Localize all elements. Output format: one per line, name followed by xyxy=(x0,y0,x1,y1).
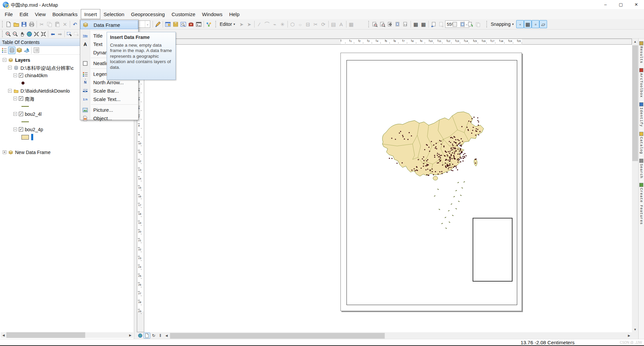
cut-button[interactable]: ✂ xyxy=(38,20,46,28)
edge-snapping-button[interactable]: ▱ xyxy=(539,20,547,28)
editor-menu-label[interactable]: Editor xyxy=(218,21,233,27)
dock-tab-create-features[interactable]: Create Features xyxy=(639,183,643,225)
line-symbol[interactable] xyxy=(21,121,29,122)
vertex-snapping-button[interactable]: ▫ xyxy=(532,20,539,28)
chevron-down-icon[interactable]: ▼ xyxy=(233,23,238,26)
layer-label[interactable]: Layers xyxy=(15,57,30,63)
layout-page[interactable] xyxy=(340,53,522,311)
fixed-zoom-out-page-button[interactable]: ▦ xyxy=(420,20,427,28)
scroll-thumb[interactable] xyxy=(6,332,85,338)
straight-segment-button[interactable]: ∕ xyxy=(256,20,263,28)
toolbar-drag-handle[interactable] xyxy=(2,21,4,28)
menu-item-data-frame[interactable]: Data Frame xyxy=(80,20,138,29)
cut-polygons-button[interactable]: ⊟ xyxy=(304,20,312,28)
search-window-button[interactable] xyxy=(179,20,187,28)
refresh-view-button[interactable]: ↻ xyxy=(150,333,157,339)
layer-symbol-row[interactable] xyxy=(0,133,134,141)
list-by-visibility-button[interactable] xyxy=(15,47,23,54)
model-builder-button[interactable] xyxy=(205,20,213,28)
zoom-in-button[interactable] xyxy=(5,30,12,38)
scroll-left-icon[interactable]: ◀ xyxy=(1,332,6,338)
menu-selection[interactable]: Selection xyxy=(100,9,128,19)
print-button[interactable] xyxy=(28,20,36,28)
reshape-button[interactable]: ⌔ xyxy=(297,20,304,28)
expand-icon[interactable]: + xyxy=(3,150,6,154)
layer-label[interactable]: 南海 xyxy=(25,95,34,102)
menu-help[interactable]: Help xyxy=(226,9,243,19)
data-view-button[interactable] xyxy=(137,333,144,339)
close-button[interactable]: ✕ xyxy=(629,0,644,9)
toolbar-drag-handle[interactable] xyxy=(368,21,370,28)
menu-item-object[interactable]: Object... xyxy=(80,114,138,122)
menu-file[interactable]: File xyxy=(1,9,16,19)
zoom-100-percent-button[interactable] xyxy=(402,20,410,28)
focus-data-frame-button[interactable] xyxy=(459,20,467,28)
layout-view-button[interactable] xyxy=(144,333,150,339)
pan-hand-button[interactable] xyxy=(19,30,26,38)
collapse-icon[interactable]: − xyxy=(8,66,12,69)
pan-page-button[interactable] xyxy=(386,20,394,28)
save-button[interactable] xyxy=(20,20,28,28)
layer-visibility-checkbox[interactable]: ✓ xyxy=(19,112,23,116)
trace-button[interactable]: ⌁ xyxy=(271,20,279,28)
edit-vertices-button[interactable]: ⬡ xyxy=(289,20,297,28)
collapse-icon[interactable]: − xyxy=(8,89,12,93)
layout-canvas[interactable] xyxy=(144,45,632,332)
chevron-down-icon[interactable]: ▼ xyxy=(512,23,516,26)
layout-vertical-scrollbar[interactable]: ▲ ▼ xyxy=(632,39,638,332)
layer-label[interactable]: bou2_4p xyxy=(25,127,43,132)
attributes-window-button[interactable]: A xyxy=(337,20,345,28)
layer-label[interactable]: bou2_4l xyxy=(25,111,42,117)
fixed-zoom-in-page-button[interactable]: ▦ xyxy=(412,20,420,28)
paste-button[interactable] xyxy=(53,20,61,28)
minimize-button[interactable]: – xyxy=(598,0,613,9)
chevron-down-icon[interactable]: ⌄ xyxy=(145,21,150,28)
sketch-properties-button[interactable]: ▦ xyxy=(347,20,355,28)
new-document-button[interactable] xyxy=(5,20,12,28)
line-symbol[interactable] xyxy=(21,106,29,107)
zoom-whole-page-button[interactable] xyxy=(394,20,402,28)
menu-geoprocessing[interactable]: Geoprocessing xyxy=(128,9,168,19)
scroll-left-icon[interactable]: ◀ xyxy=(164,333,169,339)
rotate-button[interactable]: ⟳ xyxy=(320,20,327,28)
scroll-thumb[interactable] xyxy=(170,333,385,339)
layer-visibility-checkbox[interactable]: ✓ xyxy=(19,96,23,101)
menu-view[interactable]: View xyxy=(32,9,49,19)
split-button[interactable]: ✂ xyxy=(312,20,320,28)
catalog-window-button[interactable] xyxy=(172,20,179,28)
create-features-window-button[interactable]: ▤ xyxy=(330,20,337,28)
maximize-button[interactable]: ▢ xyxy=(613,0,629,9)
scroll-right-icon[interactable]: ▶ xyxy=(127,332,133,338)
layer-label[interactable]: New Data Frame xyxy=(15,150,51,155)
go-forward-extent-button[interactable]: ➡ xyxy=(56,30,63,38)
full-extent-globe-button[interactable] xyxy=(26,30,33,38)
delete-button[interactable]: ✕ xyxy=(61,20,69,28)
toc-options-button[interactable] xyxy=(33,47,40,54)
select-features-rect-button[interactable] xyxy=(66,30,73,38)
menu-windows[interactable]: Windows xyxy=(199,9,226,19)
fixed-zoom-out-button[interactable] xyxy=(40,30,47,38)
toc-item-new-data-frame[interactable]: +New Data Frame xyxy=(0,148,134,156)
collapse-icon[interactable]: − xyxy=(13,73,17,77)
layer-label[interactable]: D:\BaiduNetdiskDownlo xyxy=(20,88,70,94)
point-snapping-button[interactable]: ◦ xyxy=(516,20,524,28)
go-back-extent-button[interactable]: ⬅ xyxy=(49,30,56,38)
dock-tab-identify[interactable]: Identify xyxy=(639,102,643,127)
clear-selection-button[interactable] xyxy=(73,30,80,38)
zoom-out-button[interactable] xyxy=(12,30,19,38)
dock-tab-catalog[interactable]: Catalog xyxy=(639,132,643,154)
scroll-thumb[interactable] xyxy=(632,45,638,161)
toc-item-bou2_4p[interactable]: −✓bou2_4p xyxy=(0,126,134,133)
scroll-right-icon[interactable]: ▶ xyxy=(626,333,632,339)
toolbar-drag-handle[interactable] xyxy=(2,31,4,37)
zoom-in-page-button[interactable] xyxy=(371,20,379,28)
edit-tool-button[interactable]: ➤ xyxy=(238,20,246,28)
end-snapping-button[interactable]: ▦ xyxy=(524,20,532,28)
menu-item-picture[interactable]: Picture... xyxy=(80,106,138,114)
pause-drawing-button[interactable]: ‖ xyxy=(157,333,164,339)
fill-symbol[interactable] xyxy=(21,135,29,140)
python-window-button[interactable] xyxy=(195,20,203,28)
collapse-icon[interactable]: − xyxy=(3,58,6,62)
list-by-drawing-order-button[interactable] xyxy=(1,47,8,54)
menu-item-scale-text[interactable]: 1:nScale Text... xyxy=(80,95,138,103)
